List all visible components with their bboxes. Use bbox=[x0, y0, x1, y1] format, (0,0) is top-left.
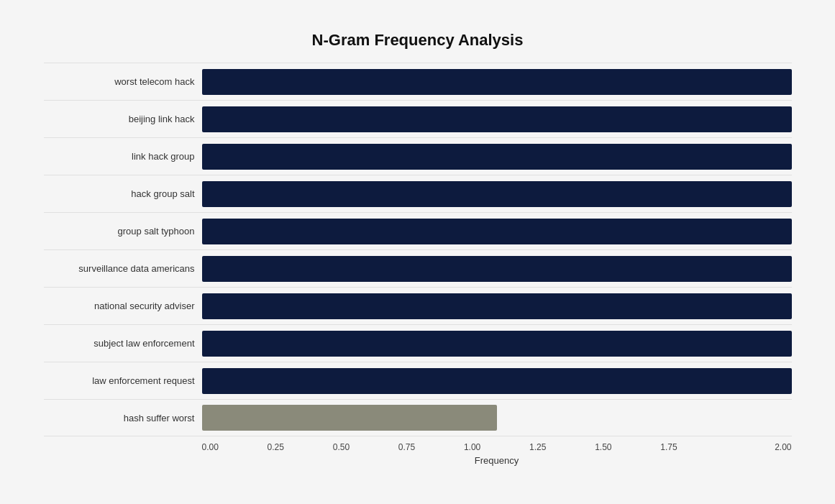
x-tick: 2.00 bbox=[726, 442, 791, 452]
bar-row: group salt typhoon bbox=[44, 212, 792, 249]
x-tick: 0.25 bbox=[268, 442, 333, 452]
chart-container: N-Gram Frequency Analysis worst telecom … bbox=[22, 17, 813, 487]
bar-row: hash suffer worst bbox=[44, 399, 792, 436]
bar-label: national security adviser bbox=[44, 301, 202, 311]
bar-row: link hack group bbox=[44, 137, 792, 175]
bar-track bbox=[202, 219, 792, 244]
bar-fill bbox=[202, 144, 792, 170]
bar-track bbox=[202, 106, 792, 132]
bar-fill bbox=[202, 106, 792, 132]
bar-fill bbox=[202, 331, 792, 357]
bar-label: group salt typhoon bbox=[44, 226, 202, 237]
bar-fill bbox=[202, 219, 792, 244]
chart-area: worst telecom hackbeijing link hacklink … bbox=[44, 63, 792, 436]
bar-row: beijing link hack bbox=[44, 100, 792, 137]
x-tick: 0.00 bbox=[202, 442, 268, 452]
chart-title: N-Gram Frequency Analysis bbox=[44, 31, 792, 50]
x-tick: 1.25 bbox=[529, 442, 595, 452]
bar-track bbox=[202, 293, 792, 319]
bar-track bbox=[202, 368, 792, 394]
bar-track bbox=[202, 181, 792, 207]
bar-fill bbox=[202, 405, 497, 431]
bar-row: surveillance data americans bbox=[44, 249, 792, 287]
bar-fill bbox=[202, 256, 792, 282]
bar-track bbox=[202, 405, 792, 431]
bar-fill bbox=[202, 293, 792, 319]
bar-fill bbox=[202, 181, 792, 207]
bar-row: national security adviser bbox=[44, 287, 792, 324]
x-tick: 0.50 bbox=[333, 442, 398, 452]
bar-label: surveillance data americans bbox=[44, 263, 202, 274]
bar-fill bbox=[202, 368, 792, 394]
bar-track bbox=[202, 331, 792, 357]
x-tick: 1.00 bbox=[464, 442, 529, 452]
bar-label: subject law enforcement bbox=[44, 338, 202, 349]
bar-fill bbox=[202, 69, 792, 95]
x-axis-label: Frequency bbox=[202, 455, 792, 466]
bar-label: link hack group bbox=[44, 151, 202, 162]
bar-row: subject law enforcement bbox=[44, 324, 792, 362]
bar-row: law enforcement request bbox=[44, 362, 792, 399]
bar-row: hack group salt bbox=[44, 175, 792, 212]
x-tick: 1.75 bbox=[660, 442, 726, 452]
bar-row: worst telecom hack bbox=[44, 63, 792, 100]
bar-label: hash suffer worst bbox=[44, 413, 202, 423]
bar-label: beijing link hack bbox=[44, 114, 202, 124]
x-tick: 1.50 bbox=[595, 442, 660, 452]
bar-label: hack group salt bbox=[44, 188, 202, 199]
bar-label: worst telecom hack bbox=[44, 76, 202, 87]
bar-track bbox=[202, 69, 792, 95]
x-tick: 0.75 bbox=[398, 442, 464, 452]
x-axis: 0.000.250.500.751.001.251.501.752.00 bbox=[202, 436, 792, 452]
bar-track bbox=[202, 144, 792, 170]
bar-label: law enforcement request bbox=[44, 375, 202, 386]
bar-track bbox=[202, 256, 792, 282]
